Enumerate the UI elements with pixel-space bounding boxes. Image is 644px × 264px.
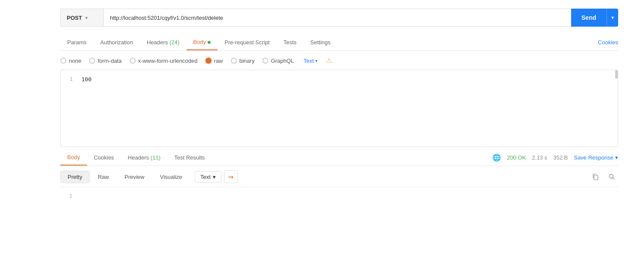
editor-content: 1 100 [61,70,618,89]
response-text-format-dropdown[interactable]: Text ▾ [195,171,221,183]
main-container: POST ▾ Send ▾ Params Authorization Heade… [0,0,644,264]
request-editor[interactable]: 1 100 [60,70,618,147]
radio-binary [231,58,237,64]
headers-badge: (24) [169,39,179,46]
wrap-button[interactable]: ⇒ [224,170,238,183]
editor-scrollbar[interactable] [615,70,618,79]
graphql-label: GraphQL [271,58,294,64]
response-line-numbers: 1 [60,191,78,201]
response-body-text [78,191,618,201]
radio-graphql [262,58,268,64]
response-tab-body[interactable]: Body [60,150,87,166]
url-row: POST ▾ Send ▾ [60,9,618,27]
tab-body[interactable]: Body [187,34,218,50]
status-time: 2.13 s [532,154,547,161]
option-none[interactable]: none [60,58,81,64]
form-data-label: form-data [98,58,122,64]
body-active-dot [208,41,211,44]
body-options-row: none form-data x-www-form-urlencoded raw… [60,51,618,70]
response-tab-headers[interactable]: Headers (11) [121,150,168,165]
method-chevron: ▾ [85,15,87,20]
option-binary[interactable]: binary [231,58,255,64]
url-input[interactable] [103,9,571,27]
tab-pre-request[interactable]: Pre-request Script [218,35,277,50]
tab-authorization[interactable]: Authorization [93,35,140,50]
copy-response-button[interactable] [589,170,602,183]
option-urlencoded[interactable]: x-www-form-urlencoded [130,58,198,64]
tab-params[interactable]: Params [60,35,93,50]
response-status-row: 🌐 200 OK 2.13 s 352 B Save Response ▾ [492,153,618,162]
send-button[interactable]: Send [571,9,607,27]
response-tab-cookies[interactable]: Cookies [87,150,121,165]
line-numbers: 1 [61,74,78,85]
radio-raw [205,58,212,64]
response-editor-content: 1 [60,187,618,206]
response-headers-badge: (11) [150,154,160,161]
option-graphql[interactable]: GraphQL [262,58,294,64]
tab-headers[interactable]: Headers (24) [140,35,187,50]
editor-body-text[interactable]: 100 [78,74,618,85]
view-visualize-button[interactable]: Visualize [152,171,190,183]
view-raw-button[interactable]: Raw [90,171,116,183]
response-toolbar: Pretty Raw Preview Visualize Text ▾ ⇒ [60,166,618,187]
svg-line-2 [613,178,615,180]
radio-none [60,58,66,64]
save-response-chevron: ▾ [615,154,618,161]
method-label: POST [67,15,82,21]
tab-tests[interactable]: Tests [277,35,303,50]
urlencoded-label: x-www-form-urlencoded [138,58,198,64]
response-tabs-row: Body Cookies Headers (11) Test Results 🌐… [60,147,618,166]
option-raw[interactable]: raw [205,58,223,64]
send-button-group: Send ▾ [571,9,618,27]
radio-urlencoded [130,58,136,64]
option-form-data[interactable]: form-data [89,58,122,64]
view-preview-button[interactable]: Preview [117,171,152,183]
text-format-chevron: ▾ [315,58,317,63]
save-response-button[interactable]: Save Response ▾ [574,154,618,161]
binary-label: binary [240,58,255,64]
status-size: 352 B [553,154,568,161]
response-editor: 1 [60,187,618,212]
response-text-label: Text [200,174,211,180]
cookies-link[interactable]: Cookies [598,35,618,50]
search-response-button[interactable] [605,170,618,183]
raw-label: raw [214,58,223,64]
response-icon-actions [589,170,618,183]
text-format-dropdown[interactable]: Text ▾ [303,58,317,64]
status-ok: 200 OK [507,154,526,161]
globe-icon: 🌐 [492,153,501,162]
response-text-chevron: ▾ [213,174,216,180]
view-pretty-button[interactable]: Pretty [60,171,90,183]
warning-icon: ⚠ [326,57,332,64]
none-label: none [69,58,81,64]
svg-rect-0 [594,175,598,180]
method-select[interactable]: POST ▾ [60,9,103,27]
radio-form-data [89,58,95,64]
tab-settings[interactable]: Settings [303,35,337,50]
request-tabs-row: Params Authorization Headers (24) Body P… [60,34,618,51]
response-tab-test-results[interactable]: Test Results [168,150,212,165]
send-dropdown-button[interactable]: ▾ [607,9,618,27]
text-format-label: Text [303,58,314,64]
